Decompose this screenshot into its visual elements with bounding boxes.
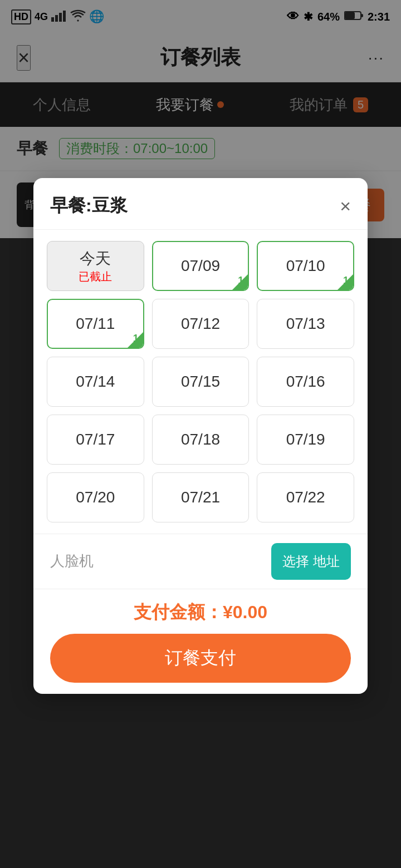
date-label-0709: 07/09 xyxy=(181,257,220,275)
select-address-button[interactable]: 选择 地址 xyxy=(271,543,351,580)
date-cell-0720[interactable]: 07/20 xyxy=(47,472,144,522)
location-row: 人脸机 选择 地址 xyxy=(33,534,368,589)
modal-overlay: 早餐:豆浆 × 今天 已截止 07/09 1 07/10 1 07/11 xyxy=(0,0,401,868)
date-label-0721: 07/21 xyxy=(181,489,220,506)
modal-title: 早餐:豆浆 xyxy=(50,194,128,218)
date-label-0714: 07/14 xyxy=(76,373,115,391)
date-label-0710: 07/10 xyxy=(286,257,325,275)
date-label-0720: 07/20 xyxy=(76,489,115,506)
date-cell-0717[interactable]: 07/17 xyxy=(47,415,144,465)
date-label-0719: 07/19 xyxy=(286,431,325,448)
date-label-0711: 07/11 xyxy=(76,315,115,333)
payment-amount-value: ¥0.00 xyxy=(223,602,267,622)
date-cell-0715[interactable]: 07/15 xyxy=(152,357,250,407)
date-cell-0710[interactable]: 07/10 1 xyxy=(257,241,354,291)
date-cell-today[interactable]: 今天 已截止 xyxy=(47,241,144,291)
order-modal: 早餐:豆浆 × 今天 已截止 07/09 1 07/10 1 07/11 xyxy=(33,178,368,694)
modal-header: 早餐:豆浆 × xyxy=(33,178,368,230)
date-label-0722: 07/22 xyxy=(286,489,325,506)
pay-button[interactable]: 订餐支付 xyxy=(50,634,351,683)
date-cell-0718[interactable]: 07/18 xyxy=(152,415,250,465)
date-label-0717: 07/17 xyxy=(76,431,115,448)
date-cell-0711[interactable]: 07/11 1 xyxy=(47,299,144,349)
today-label: 今天 xyxy=(80,248,111,269)
date-cell-0716[interactable]: 07/16 xyxy=(257,357,354,407)
date-label-0718: 07/18 xyxy=(181,431,220,448)
payment-label: 支付金额： xyxy=(134,602,223,622)
date-cell-0713[interactable]: 07/13 xyxy=(257,299,354,349)
date-badge-0709: 1 xyxy=(238,275,243,287)
expired-label: 已截止 xyxy=(79,269,112,284)
date-cell-0709[interactable]: 07/09 1 xyxy=(152,241,250,291)
payment-section: 支付金额：¥0.00 订餐支付 xyxy=(33,589,368,694)
date-cell-0722[interactable]: 07/22 xyxy=(257,472,354,522)
date-cell-0712[interactable]: 07/12 xyxy=(152,299,250,349)
date-grid: 今天 已截止 07/09 1 07/10 1 07/11 1 07/12 xyxy=(33,230,368,534)
date-badge-0711: 1 xyxy=(133,333,139,344)
location-label: 人脸机 xyxy=(50,551,94,571)
date-cell-0714[interactable]: 07/14 xyxy=(47,357,144,407)
date-cell-0721[interactable]: 07/21 xyxy=(152,472,250,522)
payment-amount-row: 支付金额：¥0.00 xyxy=(50,600,351,625)
date-label-0716: 07/16 xyxy=(286,373,325,391)
date-cell-0719[interactable]: 07/19 xyxy=(257,415,354,465)
date-label-0715: 07/15 xyxy=(181,373,220,391)
modal-close-button[interactable]: × xyxy=(340,196,351,215)
date-badge-0710: 1 xyxy=(343,275,349,287)
date-label-0712: 07/12 xyxy=(181,315,220,333)
date-label-0713: 07/13 xyxy=(286,315,325,333)
